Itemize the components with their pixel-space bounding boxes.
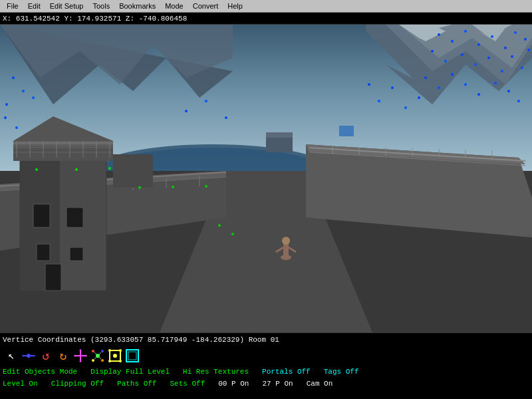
scale-tool[interactable] [90, 348, 105, 363]
svg-point-107 [4, 116, 7, 119]
menu-convert[interactable]: Convert [189, 1, 223, 11]
svg-point-75 [464, 30, 467, 33]
svg-point-115 [218, 224, 221, 227]
info-bar-1: Edit Objects Mode Display Full Level Hi … [0, 366, 532, 378]
svg-marker-126 [86, 354, 87, 357]
svg-rect-143 [128, 352, 136, 360]
svg-point-86 [501, 70, 503, 72]
svg-point-89 [527, 49, 530, 51]
svg-point-113 [172, 186, 174, 188]
menu-edit-setup[interactable]: Edit Setup [46, 1, 88, 11]
svg-rect-40 [70, 247, 83, 261]
27p-on-label: 27 P On [262, 380, 293, 388]
svg-point-77 [491, 35, 493, 38]
svg-point-128 [92, 350, 94, 352]
cursor-tool[interactable]: ↖ [4, 348, 19, 363]
tags-off-label: Tags Off [324, 368, 359, 376]
svg-rect-37 [33, 204, 50, 227]
rotate2-tool[interactable]: ↻ [56, 348, 70, 363]
svg-point-84 [474, 63, 477, 66]
clipping-off-label: Clipping Off [51, 380, 104, 388]
svg-marker-120 [34, 354, 35, 357]
move-xy-tool[interactable] [73, 348, 88, 363]
svg-line-133 [99, 352, 101, 354]
svg-point-138 [119, 349, 122, 352]
svg-marker-124 [79, 361, 82, 362]
svg-point-82 [444, 60, 447, 63]
svg-point-116 [231, 233, 234, 235]
svg-marker-119 [22, 354, 23, 357]
menu-bookmarks[interactable]: Bookmarks [115, 1, 160, 11]
svg-point-97 [517, 100, 520, 102]
svg-point-110 [205, 100, 207, 102]
svg-point-112 [138, 186, 141, 189]
svg-point-106 [32, 96, 35, 99]
svg-point-101 [378, 100, 380, 102]
svg-point-90 [424, 76, 427, 79]
svg-point-109 [185, 110, 188, 112]
svg-point-103 [12, 76, 15, 79]
svg-point-96 [507, 90, 510, 92]
svg-point-76 [477, 43, 480, 46]
svg-rect-67 [339, 126, 354, 136]
move-x-tool[interactable] [21, 348, 36, 363]
svg-line-132 [94, 352, 96, 354]
svg-point-111 [225, 116, 227, 119]
svg-point-81 [431, 50, 434, 53]
toolbar: ↖ ↺ ↻ [0, 346, 532, 366]
menu-mode[interactable]: Mode [161, 1, 188, 11]
svg-point-93 [464, 83, 467, 86]
svg-line-135 [99, 357, 101, 359]
display-full-level-label: Display Full Level [90, 368, 170, 376]
svg-point-87 [511, 55, 513, 58]
svg-rect-65 [266, 132, 293, 138]
svg-marker-125 [74, 354, 75, 357]
box-tool[interactable] [125, 348, 140, 363]
coord-bar: X: 631.542542 Y: 174.932571 Z: -740.8064… [0, 13, 532, 25]
menu-bar: File Edit Edit Setup Tools Bookmarks Mod… [0, 0, 532, 13]
svg-point-131 [101, 359, 104, 362]
select-tool[interactable] [108, 348, 122, 363]
svg-point-114 [205, 185, 207, 188]
svg-point-102 [368, 83, 370, 86]
svg-point-141 [113, 354, 117, 358]
level-on-label: Level On [3, 380, 38, 388]
svg-point-62 [75, 168, 78, 171]
svg-point-129 [101, 350, 104, 352]
svg-point-108 [15, 126, 18, 129]
svg-point-95 [494, 82, 497, 84]
svg-point-73 [438, 33, 440, 36]
svg-rect-41 [45, 264, 61, 291]
menu-tools[interactable]: Tools [88, 1, 114, 11]
sets-off-label: Sets Off [170, 380, 205, 388]
svg-point-85 [487, 57, 490, 59]
svg-rect-38 [66, 207, 83, 227]
svg-rect-43 [13, 141, 113, 146]
svg-point-92 [451, 73, 454, 76]
edit-objects-mode-label: Edit Objects Mode [3, 368, 77, 376]
status-text: Vertice Coordinates (3293.633057 85.7179… [3, 336, 279, 344]
rotate-tool[interactable]: ↺ [39, 348, 53, 363]
menu-file[interactable]: File [3, 1, 23, 11]
paths-off-label: Paths Off [117, 380, 156, 388]
svg-point-83 [461, 53, 464, 56]
svg-point-74 [451, 40, 454, 43]
svg-point-105 [5, 103, 8, 106]
coordinates-text: X: 631.542542 Y: 174.932571 Z: -740.8064… [3, 15, 187, 23]
svg-point-63 [108, 167, 111, 170]
cam-on-label: Cam On [307, 380, 333, 388]
menu-edit[interactable]: Edit [24, 1, 45, 11]
svg-point-104 [22, 90, 25, 92]
viewport-3d[interactable] [0, 25, 532, 332]
svg-point-139 [108, 360, 111, 362]
info-bar-2: Level On Clipping Off Paths Off Sets Off… [0, 378, 532, 390]
svg-point-100 [391, 86, 394, 89]
svg-point-80 [524, 38, 527, 41]
svg-point-130 [92, 359, 94, 362]
svg-point-137 [108, 349, 111, 352]
svg-point-94 [477, 93, 480, 96]
menu-help[interactable]: Help [223, 1, 247, 11]
svg-marker-123 [79, 349, 82, 350]
svg-point-98 [418, 96, 420, 99]
svg-point-78 [504, 47, 507, 49]
